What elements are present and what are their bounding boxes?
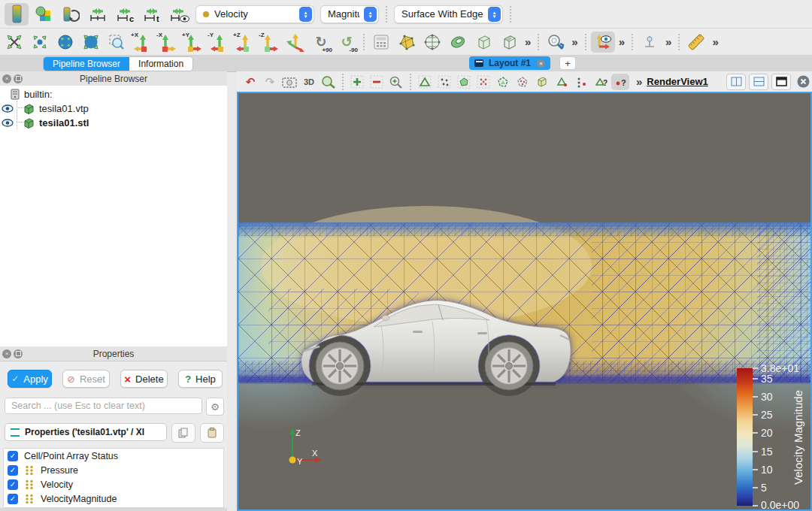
select-points-polygon-button[interactable] [514,74,532,90]
reset-button[interactable]: ⊘ Reset [62,370,110,388]
zoom-to-data-button[interactable] [28,32,52,53]
overflow-filters-button[interactable]: » [525,35,531,48]
select-cells-plus-button[interactable] [348,74,366,90]
reset-camera-closest-button[interactable] [53,32,77,53]
adjust-camera-button[interactable] [320,74,338,90]
contour-button[interactable] [395,32,419,53]
checkbox-checked[interactable]: ✓ [8,465,18,476]
select-points-region-button[interactable] [474,74,492,90]
reset-camera-button[interactable] [2,32,26,53]
clip-button[interactable] [420,32,444,53]
layout-tab[interactable]: Layout #1 × [469,56,550,70]
view-plus-x-button[interactable]: +X [130,32,154,53]
rescale-custom-range-button[interactable]: c [113,3,137,26]
edit-colormap-button[interactable] [5,3,29,26]
split-vertical-button[interactable] [749,74,768,90]
split-horizontal-button[interactable] [726,74,746,90]
camera-redo-button[interactable]: ↷ [261,74,279,90]
pipeline-item-stl[interactable]: tesila01.stl [2,116,89,130]
maximize-view-button[interactable] [771,74,791,90]
pipeline-item-vtp[interactable]: tesila01.vtp [2,101,89,116]
points-select-icon [438,75,451,89]
pipeline-undock-button[interactable] [14,74,23,83]
camera-undo-button[interactable]: ↶ [241,74,259,90]
select-cells-minus-button[interactable] [368,74,386,90]
array-row-velocity[interactable]: ✓ Velocity [4,477,223,491]
slice-button[interactable] [446,32,470,53]
select-cells-on-surface-button[interactable] [416,74,434,90]
view-minus-z-button[interactable]: -Z [258,32,282,53]
overflow-data-button[interactable]: » [571,35,577,48]
toggle-color-legend-button[interactable] [32,3,56,26]
select-points-on-surface-button[interactable] [435,74,453,90]
checkbox-checked[interactable]: ✓ [8,494,18,504]
tab-pipeline-browser[interactable]: Pipeline Browser [44,57,129,71]
pipeline-close-button[interactable]: × [2,74,11,83]
tab-information[interactable]: Information [129,57,192,71]
separate-colormap-button[interactable] [59,3,83,26]
rescale-visible-range-button[interactable] [167,3,191,26]
rescale-temporal-range-button[interactable]: t [140,3,164,26]
array-row-header[interactable]: ✓ Cell/Point Array Status [4,449,223,463]
properties-section-header[interactable]: Properties ('tesila01.vtp' / XI [5,423,167,441]
array-row-label: Cell/Point Array Status [24,451,118,461]
magnifier-color-icon [321,75,336,89]
representation-select[interactable]: Surface With Edges ▴▾ [394,5,503,23]
checkbox-checked[interactable]: ✓ [8,479,18,490]
interactive-select-points-button[interactable] [572,74,590,90]
visibility-eye-icon[interactable] [2,119,14,127]
properties-close-button[interactable]: × [2,349,11,358]
array-row-pressure[interactable]: ✓ Pressure [4,463,223,477]
rescale-data-range-button[interactable] [86,3,110,26]
view-plus-y-button[interactable]: +Y [181,32,205,53]
checkbox-checked[interactable]: ✓ [8,451,18,461]
view-name-label[interactable]: RenderView1 [647,76,707,87]
render-viewport[interactable]: Z X Y 3.8e+01 35 30 25 20 15 10 5 0.0e+0… [237,92,812,511]
save-screenshot-button[interactable] [280,74,298,90]
threshold-button[interactable] [471,32,495,53]
search-options-button[interactable]: ⚙ [206,398,224,416]
extract-subset-button[interactable] [497,32,521,53]
add-layout-button[interactable]: + [559,56,576,70]
overflow-view-toolbar-button[interactable]: » [636,75,642,88]
close-view-button[interactable] [794,74,812,89]
interactive-select-cells-button[interactable] [553,74,571,90]
help-button[interactable]: ? Help [178,370,223,388]
find-data-button[interactable] [544,32,568,53]
array-row-velocitymagnitude[interactable]: ✓ VelocityMagnitude [4,491,223,506]
copy-properties-button[interactable] [171,423,195,443]
zoom-closest-to-data-button[interactable] [79,32,103,53]
component-select[interactable]: Magnitude ▴▾ [320,5,379,23]
search-input[interactable] [5,398,202,414]
visibility-eye-icon[interactable] [2,104,14,113]
hover-cells-query-button[interactable]: ? [592,74,610,90]
paste-properties-button[interactable] [200,423,224,443]
overflow-measure-button[interactable]: » [712,35,718,48]
hover-points-query-button[interactable]: ? [611,74,629,90]
calculator-button[interactable] [369,32,393,53]
toolbar-separator [410,74,411,90]
view-minus-x-button[interactable]: -X [156,32,180,53]
delete-button[interactable]: × Delete [120,370,168,388]
properties-undock-button[interactable] [14,349,23,358]
select-cells-region-button[interactable] [455,74,473,90]
zoom-to-box-button[interactable] [105,32,129,53]
isometric-view-button[interactable] [283,32,308,53]
layout-tab-close-icon[interactable]: × [537,59,545,68]
toggle-2d3d-button[interactable]: 3D [300,74,318,90]
apply-button[interactable]: ✓ Apply [8,370,52,388]
select-block-button[interactable] [533,74,551,90]
rotate-90-clockwise-button[interactable]: ↻ +90 [309,32,333,53]
zoom-to-selected-button[interactable] [387,74,405,90]
rotate-90-counterclockwise-button[interactable]: ↺ -90 [335,32,359,53]
select-cells-polygon-button[interactable] [494,74,512,90]
pipeline-item-builtin[interactable]: builtin: [11,87,53,101]
overflow-probe-button[interactable]: » [665,35,671,48]
overflow-axes-button[interactable]: » [619,35,625,48]
view-plus-z-button[interactable]: +Z [232,32,256,53]
ruler-button[interactable] [684,32,708,53]
axes-visibility-button[interactable] [591,32,615,53]
view-minus-y-button[interactable]: -Y [207,32,231,53]
color-array-select[interactable]: Velocity ▴▾ [195,5,314,23]
probe-location-button[interactable] [638,32,662,53]
